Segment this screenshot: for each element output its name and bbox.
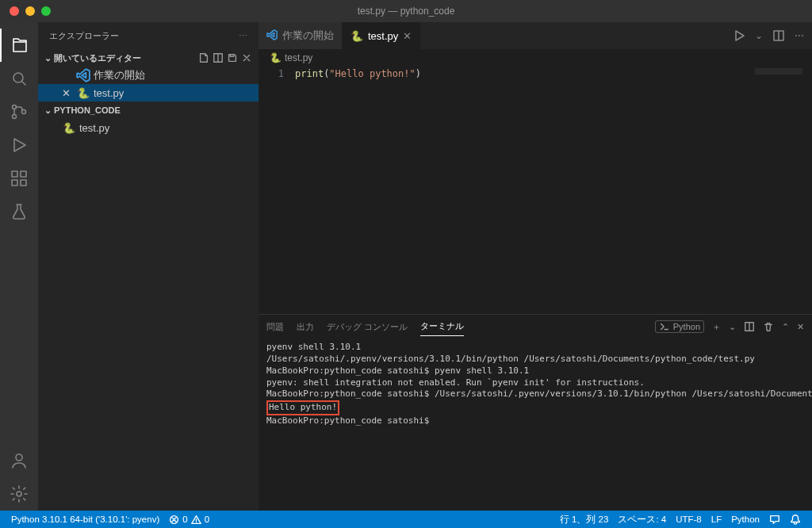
run-dropdown-icon[interactable]: ⌄: [755, 30, 763, 41]
line-number: 1: [259, 68, 284, 79]
more-actions-icon[interactable]: ⋯: [795, 30, 804, 41]
new-terminal-icon[interactable]: ＋: [712, 321, 721, 333]
terminal-output-highlight: Hello python!: [266, 400, 339, 415]
open-editors-section[interactable]: ⌄ 開いているエディター: [38, 49, 259, 67]
svg-rect-5: [21, 171, 26, 177]
tab-label: test.py: [368, 30, 398, 42]
status-bell-icon[interactable]: [785, 514, 806, 526]
explorer-icon[interactable]: [0, 29, 38, 62]
open-editor-item-active[interactable]: ✕ 🐍 test.py: [38, 84, 259, 101]
code-editor[interactable]: 1 print("Hello python!"): [259, 67, 812, 314]
terminal-line: MacBookPro:python_code satoshi$ /Users/s…: [266, 388, 804, 400]
terminal-shell-badge[interactable]: Python: [655, 320, 704, 333]
status-feedback-icon[interactable]: [764, 514, 785, 526]
panel-tab-terminal[interactable]: ターミナル: [420, 317, 464, 336]
testing-icon[interactable]: [0, 195, 38, 228]
accounts-icon[interactable]: [0, 444, 38, 477]
status-interpreter[interactable]: Python 3.10.1 64-bit ('3.10.1': pyenv): [6, 515, 164, 524]
status-problems[interactable]: 0 0: [164, 515, 214, 525]
file-label: test.py: [79, 122, 109, 134]
minimap[interactable]: [755, 68, 802, 75]
open-editors-label: 開いているエディター: [54, 52, 141, 64]
svg-rect-11: [230, 55, 233, 57]
terminal-line: /Users/satoshi/.pyenv/versions/3.10.1/bi…: [266, 354, 804, 365]
python-file-icon: 🐍: [270, 52, 282, 63]
terminal-line: pyenv shell 3.10.1: [266, 342, 804, 354]
window-title: test.py — python_code: [0, 6, 812, 17]
close-editor-icon[interactable]: ✕: [62, 87, 75, 99]
terminal-line: pyenv: shell integration not enabled. Ru…: [266, 377, 804, 389]
status-eol[interactable]: LF: [707, 514, 726, 526]
bottom-panel: 問題 出力 デバッグ コンソール ターミナル Python ＋ ⌄ ⌃ ✕ py…: [259, 314, 812, 511]
terminal-dropdown-icon[interactable]: ⌄: [729, 322, 736, 332]
svg-rect-7: [21, 180, 26, 186]
activity-bar: [0, 22, 38, 511]
breadcrumb-file: test.py: [285, 52, 312, 63]
svg-rect-4: [12, 171, 17, 177]
open-editor-item[interactable]: 作業の開始: [38, 67, 259, 84]
run-icon[interactable]: [733, 29, 745, 42]
new-untitled-icon[interactable]: [198, 52, 209, 63]
terminal-line: MacBookPro:python_code satoshi$: [266, 415, 804, 427]
save-all-icon[interactable]: [227, 52, 238, 63]
svg-point-9: [17, 492, 21, 496]
terminal[interactable]: pyenv shell 3.10.1 /Users/satoshi/.pyenv…: [259, 339, 812, 511]
search-icon[interactable]: [0, 62, 38, 95]
python-file-icon: 🐍: [350, 30, 363, 42]
panel-tab-output[interactable]: 出力: [297, 318, 314, 336]
explorer-sidebar: エクスプローラー ⋯ ⌄ 開いているエディター 作業の開始 ✕ 🐍 test.p…: [38, 22, 259, 511]
run-debug-icon[interactable]: [0, 128, 38, 162]
close-panel-icon[interactable]: ✕: [797, 322, 804, 332]
tab-label: 作業の開始: [282, 29, 334, 43]
titlebar: test.py — python_code: [0, 0, 812, 22]
svg-point-0: [13, 73, 23, 82]
chevron-down-icon: ⌄: [41, 105, 54, 116]
source-control-icon[interactable]: [0, 95, 38, 128]
tab-welcome[interactable]: 作業の開始: [259, 22, 343, 49]
code-line[interactable]: print("Hello python!"): [295, 68, 421, 79]
settings-gear-icon[interactable]: [0, 477, 38, 511]
close-tab-icon[interactable]: ✕: [403, 30, 412, 42]
vscode-file-icon: [266, 29, 278, 43]
chevron-down-icon: ⌄: [41, 53, 54, 63]
maximize-panel-icon[interactable]: ⌃: [782, 322, 789, 332]
tab-testpy[interactable]: 🐍 test.py ✕: [343, 22, 420, 49]
folder-section[interactable]: ⌄ PYTHON_CODE: [38, 101, 259, 119]
status-bar: Python 3.10.1 64-bit ('3.10.1': pyenv) 0…: [0, 511, 812, 528]
editor-area: 作業の開始 🐍 test.py ✕ ⌄ ⋯ 🐍 test.py 1 print(…: [259, 22, 812, 511]
toggle-layout-icon[interactable]: [213, 52, 224, 63]
close-all-icon[interactable]: [241, 52, 252, 63]
folder-label: PYTHON_CODE: [54, 105, 121, 115]
status-cursor[interactable]: 行 1、列 23: [555, 514, 614, 526]
breadcrumb[interactable]: 🐍 test.py: [259, 49, 812, 67]
split-terminal-icon[interactable]: [744, 321, 755, 332]
kill-terminal-icon[interactable]: [763, 321, 774, 332]
open-editor-label: 作業の開始: [94, 68, 145, 82]
python-file-icon: 🐍: [76, 87, 90, 99]
editor-tabs: 作業の開始 🐍 test.py ✕ ⌄ ⋯: [259, 22, 812, 49]
sidebar-more-icon[interactable]: ⋯: [239, 31, 247, 41]
terminal-line: MacBookPro:python_code satoshi$ pyenv sh…: [266, 365, 804, 377]
status-spaces[interactable]: スペース: 4: [613, 514, 671, 526]
panel-tab-problems[interactable]: 問題: [266, 318, 284, 336]
svg-rect-6: [12, 180, 17, 186]
file-item[interactable]: 🐍 test.py: [38, 119, 259, 136]
svg-point-8: [16, 454, 22, 461]
open-editor-label: test.py: [94, 87, 124, 99]
extensions-icon[interactable]: [0, 162, 38, 195]
status-encoding[interactable]: UTF-8: [671, 514, 707, 526]
python-file-icon: 🐍: [62, 122, 76, 134]
status-lang[interactable]: Python: [726, 514, 764, 526]
sidebar-title: エクスプローラー: [49, 30, 119, 42]
panel-tab-debug[interactable]: デバッグ コンソール: [327, 318, 408, 336]
split-editor-icon[interactable]: [772, 29, 785, 42]
vscode-file-icon: [76, 68, 90, 82]
